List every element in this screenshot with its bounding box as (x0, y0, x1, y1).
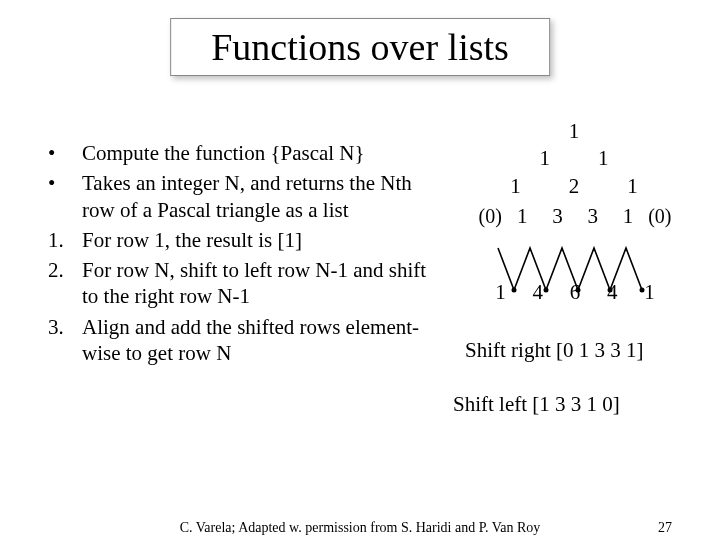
title-container: Functions over lists (170, 18, 550, 76)
triangle-cell: 3 (578, 204, 608, 229)
list-item: 2. For row N, shift to left row N-1 and … (48, 257, 428, 310)
triangle-cell: 1 (613, 204, 643, 229)
bullet-marker: • (48, 170, 82, 223)
triangle-cell: 4 (522, 280, 554, 305)
bullet-marker: 1. (48, 227, 82, 253)
shift-right-sequence: [0 1 3 3 1] (556, 338, 644, 362)
list-item: 3. Align and add the shifted rows elemen… (48, 314, 428, 367)
triangle-row-4: (0) 1 3 3 1 (0) (435, 204, 715, 238)
triangle-cell: 1 (507, 204, 537, 229)
bullet-marker: 3. (48, 314, 82, 367)
shift-left-caption: Shift left [1 3 3 1 0] (453, 392, 620, 417)
bullet-marker: 2. (48, 257, 82, 310)
shift-right-caption: Shift right [0 1 3 3 1] (465, 338, 644, 363)
shift-left-label: Shift left (453, 392, 527, 416)
page-number: 27 (658, 520, 672, 536)
footer-credit: C. Varela; Adapted w. permission from S.… (180, 520, 541, 536)
pascal-triangle: 1 1 1 1 2 1 (0) 1 3 3 1 (0) (435, 118, 715, 418)
bullet-text: Compute the function {Pascal N} (82, 140, 428, 166)
shift-right-label: Shift right (465, 338, 551, 362)
triangle-row-2: 1 1 (435, 145, 715, 172)
bullet-text: Align and add the shifted rows element-w… (82, 314, 428, 367)
triangle-cell: 4 (596, 280, 628, 305)
triangle-cell: 6 (559, 280, 591, 305)
triangle-cell: 1 (634, 280, 666, 305)
bullet-marker: • (48, 140, 82, 166)
bullet-text: For row N, shift to left row N-1 and shi… (82, 257, 428, 310)
list-item: 1. For row 1, the result is [1] (48, 227, 428, 253)
triangle-row-1: 1 (435, 118, 715, 145)
triangle-cell: 3 (542, 204, 572, 229)
triangle-row-5: 1 4 6 4 1 (435, 280, 715, 310)
slide-title: Functions over lists (211, 25, 509, 69)
pad-right-zero: (0) (648, 205, 671, 227)
slide: Functions over lists • Compute the funct… (0, 0, 720, 540)
pad-left-zero: (0) (479, 205, 502, 227)
triangle-cell: 1 (485, 280, 517, 305)
bullet-text: Takes an integer N, and returns the Nth … (82, 170, 428, 223)
shift-left-sequence: [1 3 3 1 0] (532, 392, 620, 416)
triangle-row-3: 1 2 1 (435, 173, 715, 200)
list-item: • Compute the function {Pascal N} (48, 140, 428, 166)
list-item: • Takes an integer N, and returns the Nt… (48, 170, 428, 223)
bullet-text: For row 1, the result is [1] (82, 227, 428, 253)
bullet-list: • Compute the function {Pascal N} • Take… (48, 140, 428, 370)
